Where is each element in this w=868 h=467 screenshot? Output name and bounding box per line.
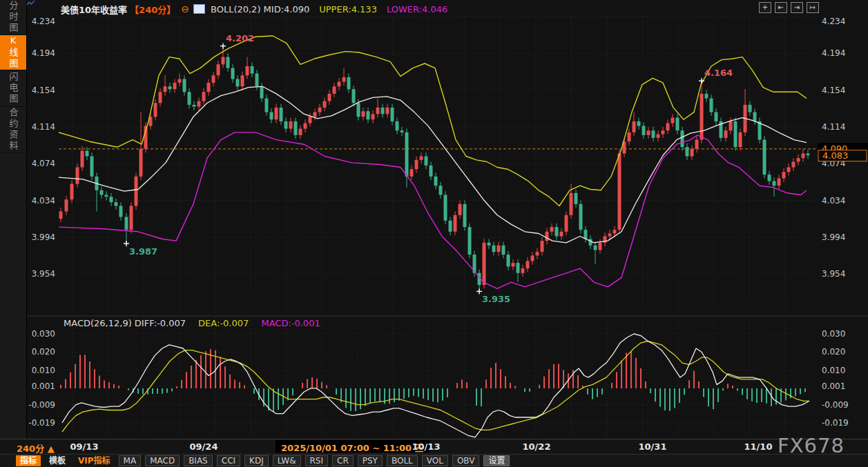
chart-tool-icons: +⇤⇥↦ [759,2,819,13]
svg-text:0.010: 0.010 [822,366,845,375]
indicator-toolbar: 指标模板VIP指标MAMACDBIASCCIKDJLW&RSICRPSYBOLL… [0,454,868,467]
svg-text:4.154: 4.154 [32,86,55,95]
minus-circle-icon[interactable]: ⊖ [181,4,189,14]
boll-upper-label: UPPER:4.133 [319,4,377,14]
svg-text:4.234: 4.234 [822,17,845,26]
toolbar-tab-CCI[interactable]: CCI [217,455,240,466]
svg-text:4.114: 4.114 [32,122,55,132]
crosshair-icon[interactable]: + [759,2,771,13]
x-axis-label: 11/10 [744,441,773,452]
svg-text:0.001: 0.001 [32,381,55,391]
svg-text:0.001: 0.001 [822,381,845,391]
svg-text:-0.009: -0.009 [822,400,849,410]
macd-hist-label: MACD:-0.001 [261,318,320,328]
svg-text:-0.019: -0.019 [822,418,849,428]
sidebar-item-1[interactable]: K线图 [0,35,26,70]
fx678-watermark: FX678 [778,434,845,457]
x-axis-row: 240分 ▲ 2025/10/01 07:00 ~ 11:00 三 09/130… [0,439,868,455]
sidebar-item-3[interactable]: 合约资料 [0,107,26,153]
toolbar-tab-模板[interactable]: 模板 [45,455,70,466]
svg-text:0.020: 0.020 [822,347,845,357]
x-axis-label: 10/22 [523,441,551,452]
svg-text:3.987: 3.987 [129,246,157,257]
svg-text:4.194: 4.194 [32,48,55,58]
current-price-marks: 4.0904.083 [818,143,868,161]
svg-text:-0.009: -0.009 [28,400,55,410]
macd-dea-label: DEA:-0.007 [198,318,249,328]
svg-text:4.164: 4.164 [704,68,733,78]
x-axis-label: 10/31 [639,441,667,452]
svg-text:3.954: 3.954 [32,269,55,279]
svg-text:3.954: 3.954 [822,269,845,279]
toolbar-tab-KDJ[interactable]: KDJ [244,455,269,466]
bar-time-tooltip: 2025/10/01 07:00 ~ 11:00 三 [276,440,430,453]
svg-text:4.194: 4.194 [822,48,845,58]
svg-text:4.083: 4.083 [822,150,848,161]
svg-text:4.034: 4.034 [822,196,845,206]
boll-lower-label: LOWER:4.046 [387,4,447,14]
macd-header: MACD(26,12,9) DIFF:-0.007 DEA:-0.007 MAC… [64,318,320,328]
svg-text:0.010: 0.010 [32,366,55,375]
step-forward-icon[interactable]: ↦ [807,2,819,13]
sidebar-item-2[interactable]: 闪电图 [0,70,26,107]
price-chart-canvas[interactable]: 4.2023.9874.1643.9354.2344.2344.1944.194… [0,0,868,439]
x-axis-label: 09/13 [70,441,99,452]
toolbar-tab-CR[interactable]: CR [332,455,354,466]
chart-header: 美债10年收益率 【240分】 ⊖ BOLL(20,2) MID:4.090 U… [26,0,868,18]
svg-text:3.994: 3.994 [822,232,845,242]
svg-text:4.034: 4.034 [32,196,55,206]
svg-text:0.030: 0.030 [822,329,845,339]
x-axis-label: 09/24 [190,441,218,452]
toolbar-tab-指标[interactable]: 指标 [16,455,41,466]
svg-text:4.202: 4.202 [226,33,254,43]
pan-end-icon[interactable]: ⇥ [791,2,803,13]
macd-diff-label: MACD(26,12,9) DIFF:-0.007 [64,318,186,328]
period-selector[interactable]: 240分 ▲ [17,441,55,455]
svg-text:-0.019: -0.019 [28,418,55,428]
toolbar-tab-RSI[interactable]: RSI [305,455,329,466]
period-label: 【240分】 [130,3,175,16]
svg-text:4.114: 4.114 [822,122,845,132]
toolbar-tab-PSY[interactable]: PSY [358,455,383,466]
sidebar-item-0[interactable]: 分时图 [0,0,26,35]
instrument-title: 美债10年收益率 [61,3,127,16]
chart-application: 4.2023.9874.1643.9354.2344.2344.1944.194… [0,0,868,467]
svg-text:4.074: 4.074 [32,159,55,168]
svg-text:0.030: 0.030 [32,329,55,339]
x-axis-label: 10/13 [412,441,441,452]
toolbar-tab-MA[interactable]: MA [119,455,142,466]
svg-text:4.234: 4.234 [32,17,55,26]
toolbar-tab-VOL[interactable]: VOL [422,455,448,466]
svg-text:0.020: 0.020 [32,347,55,357]
svg-text:3.935: 3.935 [482,294,510,304]
toolbar-tab-OBV[interactable]: OBV [452,455,480,466]
chart-thumbnail-icon[interactable] [193,4,205,14]
svg-text:3.994: 3.994 [32,232,55,242]
candlestick-series [59,46,810,292]
toolbar-tab-设置[interactable]: 设置 [483,455,510,466]
toolbar-tab-MACD[interactable]: MACD [145,455,180,466]
toolbar-tab-BOLL[interactable]: BOLL [387,455,418,466]
sidebar: 分时图K线图闪电图合约资料 [0,0,27,439]
svg-text:4.154: 4.154 [822,86,845,95]
toolbar-tab-LW&[interactable]: LW& [273,455,301,466]
toolbar-tab-VIP指标[interactable]: VIP指标 [74,455,115,466]
bollinger-bands [59,36,807,288]
boll-mid-label: BOLL(20,2) MID:4.090 [211,4,309,14]
pan-start-icon[interactable]: ⇤ [775,2,787,13]
toolbar-tab-BIAS[interactable]: BIAS [184,455,213,466]
macd-lines [62,334,809,437]
